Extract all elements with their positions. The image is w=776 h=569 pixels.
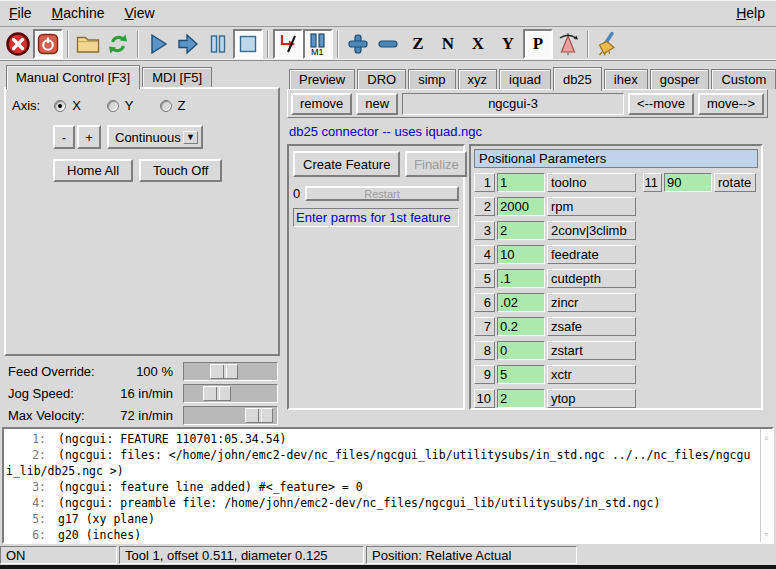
new-tab-button[interactable]: new [356, 93, 398, 115]
tab-simp[interactable]: simp [408, 69, 455, 89]
param-entry-xctr[interactable]: 5 [497, 365, 545, 384]
view-z-rotated-label: N [442, 35, 454, 52]
scroll-up-icon[interactable]: ▵ [764, 429, 769, 445]
console-scrollbar[interactable]: ▵ ▿ [760, 429, 772, 542]
axis-radio-y[interactable]: Y [107, 98, 134, 113]
tab-ihex[interactable]: ihex [604, 69, 648, 89]
create-feature-button[interactable]: Create Feature [293, 151, 400, 177]
param-entry-zsafe[interactable]: 0.2 [497, 317, 545, 336]
radio-indicator-y[interactable] [107, 100, 119, 112]
jog-speed-label: Jog Speed: [8, 386, 116, 401]
toolbar-separator [337, 31, 339, 57]
scroll-down-icon[interactable]: ▿ [764, 526, 769, 542]
zoom-in-button[interactable] [343, 29, 373, 59]
rotate-view-button[interactable] [553, 29, 583, 59]
jog-speed-handle[interactable] [203, 386, 231, 401]
view-x-button[interactable]: X [463, 29, 493, 59]
restart-button[interactable]: Restart [305, 186, 459, 201]
jog-plus-button[interactable]: + [77, 125, 101, 149]
estop-button[interactable] [3, 29, 33, 59]
skip-lines-toggle[interactable] [273, 29, 303, 59]
window-bottom-edge [0, 565, 776, 569]
minus-icon [375, 31, 401, 57]
radio-indicator-z[interactable] [160, 100, 172, 112]
param-entry-zstart[interactable]: 0 [497, 341, 545, 360]
axis-radio-x[interactable]: X [54, 98, 81, 113]
stop-button[interactable] [233, 29, 263, 59]
tab-iquad[interactable]: iquad [499, 69, 551, 89]
console-line: 1:(ngcgui: FEATURE 110701:05.34.54) [6, 431, 758, 447]
feed-override-value: 100 % [116, 364, 183, 379]
tab-custom[interactable]: Custom [711, 69, 776, 89]
tab-gosper[interactable]: gosper [650, 69, 710, 89]
param-name: 2conv|3climb [547, 221, 636, 240]
move-left-button[interactable]: <--move [628, 93, 694, 115]
param-entry-ytop[interactable]: 2 [497, 389, 545, 408]
param-entry-zincr[interactable]: .02 [497, 293, 545, 312]
param-entry-toolno[interactable]: 1 [497, 173, 545, 192]
run-program-button[interactable] [143, 29, 173, 59]
tab-dro[interactable]: DRO [357, 69, 406, 89]
optional-pause-toggle[interactable]: M1 [303, 29, 333, 59]
toolbar-separator [137, 31, 139, 57]
jog-speed-value: 16 in/min [116, 386, 183, 401]
param-row-1: 1 1 toolno 11 90 rotate [474, 173, 758, 192]
tab-db25[interactable]: db25 [553, 67, 602, 91]
radio-indicator-x[interactable] [54, 100, 66, 112]
tab-mdi[interactable]: MDI [F5] [142, 67, 212, 87]
max-velocity-handle[interactable] [245, 408, 273, 423]
max-velocity-row: Max Velocity: 72 in/min [8, 405, 278, 426]
menu-file[interactable]: File [9, 5, 32, 21]
param-number: 11 [643, 173, 662, 192]
touch-off-button[interactable]: Touch Off [139, 159, 222, 182]
param-entry-conv[interactable]: 2 [497, 221, 545, 240]
svg-text:M1: M1 [311, 47, 324, 57]
move-right-button[interactable]: move--> [698, 93, 764, 115]
pause-button[interactable] [203, 29, 233, 59]
param-row-2: 2 2000 rpm [474, 197, 758, 216]
view-z-button[interactable]: Z [403, 29, 433, 59]
view-perspective-button[interactable]: P [523, 29, 553, 59]
tab-manual-control[interactable]: Manual Control [F3] [6, 65, 140, 89]
menu-view[interactable]: View [125, 5, 155, 21]
feed-override-label: Feed Override: [8, 364, 116, 379]
menu-help[interactable]: Help [736, 5, 765, 21]
view-x-label: X [472, 35, 484, 52]
open-file-button[interactable] [73, 29, 103, 59]
zoom-out-button[interactable] [373, 29, 403, 59]
param-entry-rpm[interactable]: 2000 [497, 197, 545, 216]
param-number: 5 [474, 269, 495, 288]
jog-speed-slider[interactable] [183, 384, 278, 403]
tab-xyz[interactable]: xyz [458, 69, 498, 89]
manual-control-panel: Manual Control [F3] MDI [F5] Axis: X Y [0, 61, 281, 426]
param-entry-rotate[interactable]: 90 [664, 173, 712, 192]
tab-preview[interactable]: Preview [289, 69, 355, 89]
view-y-button[interactable]: Y [493, 29, 523, 59]
feed-override-slider[interactable] [183, 362, 278, 381]
jog-minus-button[interactable]: - [53, 125, 75, 149]
param-number: 3 [474, 221, 495, 240]
param-entry-cutdepth[interactable]: .1 [497, 269, 545, 288]
finalize-button[interactable]: Finalize [405, 151, 467, 177]
machine-state-status: ON [0, 546, 117, 564]
clear-plot-button[interactable] [593, 29, 623, 59]
tool-info-status: Tool 1, offset 0.511, diameter 0.125 [119, 546, 364, 564]
remove-tab-button[interactable]: remove [291, 93, 352, 115]
axis-y-label: Y [125, 98, 134, 113]
home-all-button[interactable]: Home All [53, 159, 133, 182]
view-z-rotated-button[interactable]: N [433, 29, 463, 59]
reload-file-button[interactable] [103, 29, 133, 59]
axis-label: Axis: [12, 98, 40, 113]
axis-radio-z[interactable]: Z [160, 98, 186, 113]
tab-name-entry[interactable]: ngcgui-3 [402, 93, 624, 115]
param-entry-feedrate[interactable]: 10 [497, 245, 545, 264]
machine-power-button[interactable] [33, 29, 63, 59]
menu-machine[interactable]: Machine [52, 5, 105, 21]
run-step-button[interactable] [173, 29, 203, 59]
feed-override-handle[interactable] [210, 364, 238, 379]
gcode-console[interactable]: 1:(ngcgui: FEATURE 110701:05.34.54) 2:(n… [2, 427, 774, 544]
pause-icon [205, 31, 231, 57]
max-velocity-slider[interactable] [183, 406, 278, 425]
jog-mode-dropdown[interactable]: Continuous ▼ [107, 125, 203, 149]
param-number: 6 [474, 293, 495, 312]
